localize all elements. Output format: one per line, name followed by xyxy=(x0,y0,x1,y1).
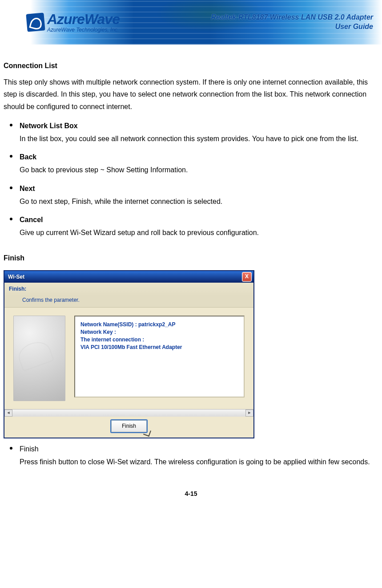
header-banner: AzureWave AzureWave Technologies, Inc. R… xyxy=(0,0,382,45)
dialog-scrollbar[interactable]: ◄ ► xyxy=(4,409,253,417)
section-heading-finish: Finish xyxy=(4,252,378,264)
logo-main-text: AzureWave xyxy=(47,12,120,26)
item-desc: In the list box, you could see all netwo… xyxy=(20,133,378,145)
item-desc: Give up current Wi-Set Wizard setup and … xyxy=(20,227,378,239)
item-desc: Press finish button to close Wi-Set wiza… xyxy=(20,456,378,468)
finish-button[interactable]: Finish xyxy=(110,419,148,433)
section-heading-connection-list: Connection List xyxy=(4,60,378,72)
connection-list-intro: This step only shows with multiple netwo… xyxy=(4,76,378,113)
list-item: Network List Box In the list box, you co… xyxy=(4,120,378,145)
info-line: The internet connection : xyxy=(80,336,238,344)
list-item: Back Go back to previous step ~ Show Set… xyxy=(4,151,378,176)
dialog-step-title: Finish: xyxy=(4,283,253,295)
azurewave-logo-icon xyxy=(26,12,45,32)
list-item: Next Go to next step, Finish, while the … xyxy=(4,182,378,207)
item-title: Next xyxy=(20,182,378,195)
document-title: Realtek RTL8187 Wireless LAN USB 2.0 Ada… xyxy=(211,13,373,32)
connection-list-items: Network List Box In the list box, you co… xyxy=(4,120,378,239)
title-line-1: Realtek RTL8187 Wireless LAN USB 2.0 Ada… xyxy=(211,13,373,21)
title-line-2: User Guide xyxy=(335,23,373,30)
wizard-side-image xyxy=(13,316,65,401)
wizard-info-box: Network Name(SSID) : patrickxp2_AP Netwo… xyxy=(74,316,245,397)
item-desc: Go to next step, Finish, while the inter… xyxy=(20,195,378,207)
item-title: Back xyxy=(20,151,378,163)
scroll-left-icon[interactable]: ◄ xyxy=(4,410,12,417)
wiset-dialog: Wi-Set X Finish: Confirms the parameter.… xyxy=(4,270,254,438)
dialog-titlebar: Wi-Set X xyxy=(4,271,253,283)
scroll-right-icon[interactable]: ► xyxy=(245,410,253,417)
finish-items: Finish Press finish button to close Wi-S… xyxy=(4,443,378,468)
page-number: 4-15 xyxy=(0,490,382,497)
item-title: Cancel xyxy=(20,214,378,226)
logo-sub-text: AzureWave Technologies, Inc. xyxy=(47,27,120,32)
list-item: Cancel Give up current Wi-Set Wizard set… xyxy=(4,214,378,239)
info-line: Network Name(SSID) : patrickxp2_AP xyxy=(80,321,238,328)
logo-block: AzureWave AzureWave Technologies, Inc. xyxy=(0,12,120,32)
dialog-step-subtitle: Confirms the parameter. xyxy=(4,296,253,308)
item-title: Finish xyxy=(20,443,378,455)
item-title: Network List Box xyxy=(20,120,378,132)
info-line: VIA PCI 10/100Mb Fast Ethernet Adapter xyxy=(80,344,238,351)
list-item: Finish Press finish button to close Wi-S… xyxy=(4,443,378,468)
info-line: Network Key : xyxy=(80,328,238,336)
dialog-title-text: Wi-Set xyxy=(8,272,24,281)
item-desc: Go back to previous step ~ Show Setting … xyxy=(20,164,378,176)
close-icon[interactable]: X xyxy=(242,272,252,282)
